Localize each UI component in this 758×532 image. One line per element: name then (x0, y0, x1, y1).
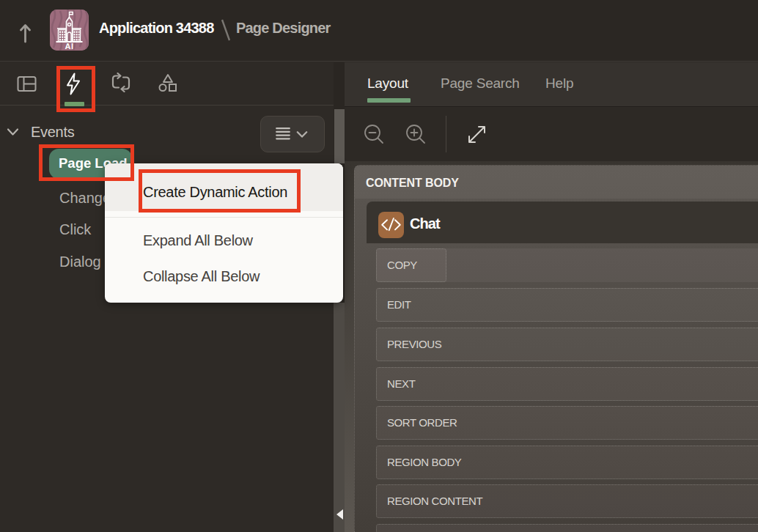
svg-text:AI: AI (65, 42, 74, 51)
